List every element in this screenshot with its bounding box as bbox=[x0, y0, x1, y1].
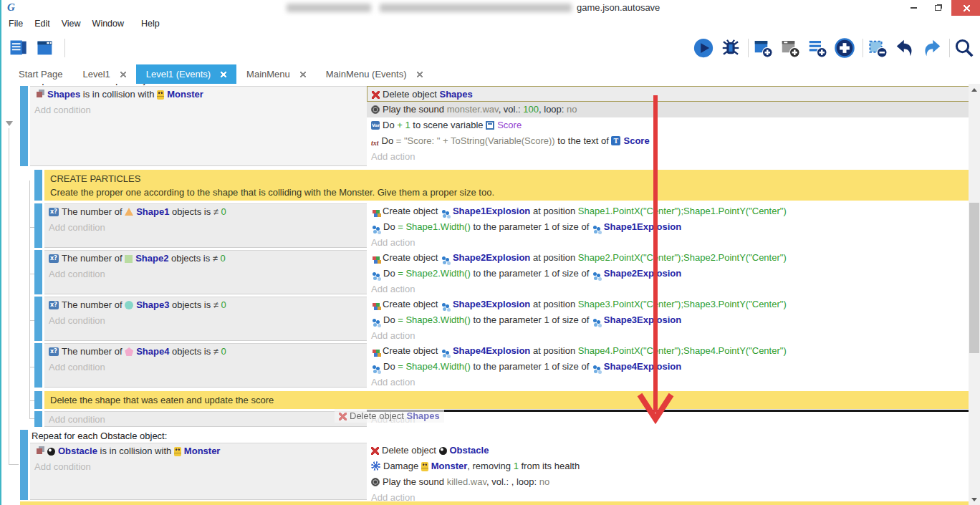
condition-row[interactable]: Obstacle is in collision with Monster bbox=[30, 443, 367, 459]
event-bar[interactable] bbox=[34, 203, 42, 248]
tree-expander-icon[interactable] bbox=[6, 121, 13, 126]
tab-mainmenu[interactable]: MainMenu bbox=[236, 64, 316, 84]
close-icon bbox=[964, 5, 970, 11]
comment-delete-shape[interactable]: Delete the shape that was eaten and upda… bbox=[44, 391, 970, 409]
add-condition[interactable]: Add condition bbox=[44, 360, 367, 375]
action-row-create-object[interactable]: Create object Shape2Explosion at positio… bbox=[367, 250, 970, 266]
object-name: Shape2 bbox=[135, 253, 168, 264]
tab-level1-events[interactable]: Level1 (Events) bbox=[136, 64, 236, 84]
action-row-text-object[interactable]: txtDo = "Score: " + ToString(Variable(Sc… bbox=[367, 133, 970, 149]
restore-button[interactable] bbox=[927, 0, 948, 16]
particles-icon bbox=[442, 256, 446, 260]
menu-help[interactable]: Help bbox=[135, 17, 165, 30]
scrollbar-thumb[interactable] bbox=[969, 203, 979, 353]
add-other-event-button[interactable] bbox=[834, 37, 855, 59]
condition-row[interactable]: The number of Shape3 objects is ≠ 0 bbox=[44, 297, 367, 313]
tab-close-icon[interactable] bbox=[120, 72, 126, 77]
action-text: Do bbox=[382, 135, 396, 146]
action-row-create-object[interactable]: Create object Shape3Explosion at positio… bbox=[367, 297, 970, 312]
add-action[interactable]: Add action bbox=[367, 149, 970, 165]
action-row-play-sound[interactable]: Play the sound monster.wav, vol.: 100, l… bbox=[367, 102, 970, 117]
add-comment-button[interactable] bbox=[807, 37, 828, 59]
event-bar[interactable] bbox=[34, 297, 42, 341]
event-bar[interactable] bbox=[34, 391, 42, 409]
condition-row[interactable]: The number of Shape1 objects is ≠ 0 bbox=[44, 204, 367, 220]
tab-close-icon[interactable] bbox=[300, 72, 306, 77]
object-count-icon bbox=[49, 208, 59, 216]
action-row-delete-obstacle[interactable]: Delete object Obstacle bbox=[367, 443, 970, 458]
add-action[interactable]: Add action bbox=[367, 412, 970, 428]
add-condition[interactable]: Add condition bbox=[30, 459, 367, 475]
add-condition[interactable]: Add condition bbox=[44, 220, 367, 236]
expression: Shape1.PointX("Center");Shape1.PointY("C… bbox=[578, 206, 787, 216]
action-text: Delete object bbox=[383, 89, 440, 100]
minimize-button[interactable] bbox=[903, 0, 924, 16]
add-action[interactable]: Add action bbox=[367, 375, 970, 390]
repeat-obstacle-header[interactable]: Repeat for each Obstacle object: bbox=[32, 431, 167, 441]
tab-start-page[interactable]: Start Page bbox=[9, 64, 72, 84]
tab-close-icon[interactable] bbox=[417, 72, 423, 77]
search-button[interactable] bbox=[953, 37, 975, 59]
action-row-create-object[interactable]: Create object Shape1Explosion at positio… bbox=[367, 203, 970, 219]
event-bar[interactable] bbox=[34, 411, 42, 427]
scroll-down-button[interactable] bbox=[969, 494, 980, 505]
tab-level1[interactable]: Level1 bbox=[72, 64, 135, 84]
close-button[interactable] bbox=[951, 0, 980, 16]
event-bar[interactable] bbox=[34, 343, 42, 388]
action-row-size-param[interactable]: Do = Shape4.Width() to the parameter 1 o… bbox=[367, 359, 970, 375]
action-row-damage-monster[interactable]: Damage Monster, removing 1 from its heal… bbox=[367, 458, 970, 474]
add-event-button[interactable] bbox=[752, 37, 774, 59]
condition-row[interactable]: The number of Shape4 objects is ≠ 0 bbox=[44, 344, 367, 360]
vertical-scrollbar[interactable] bbox=[969, 84, 980, 505]
action-row-create-object[interactable]: Create object Shape4Explosion at positio… bbox=[367, 343, 970, 359]
add-action[interactable]: Add action bbox=[367, 235, 970, 251]
add-action[interactable]: Add action bbox=[367, 328, 970, 344]
menu-window[interactable]: Window bbox=[87, 17, 130, 30]
action-row-size-param[interactable]: Do = Shape3.Width() to the parameter 1 o… bbox=[367, 312, 970, 328]
menu-file[interactable]: File bbox=[3, 17, 29, 30]
empty-event-actions-drop-target[interactable]: Add action bbox=[367, 410, 970, 427]
undo-button[interactable] bbox=[894, 37, 916, 59]
add-condition[interactable]: Add condition bbox=[44, 313, 367, 329]
action-row-size-param[interactable]: Do = Shape1.Width() to the parameter 1 o… bbox=[367, 219, 970, 235]
action-row-delete-shapes[interactable]: Delete object Shapes bbox=[367, 86, 970, 102]
project-manager-button[interactable] bbox=[7, 37, 29, 59]
monster-icon bbox=[157, 90, 164, 100]
event-bar[interactable] bbox=[20, 430, 28, 500]
event-bar[interactable] bbox=[34, 250, 42, 294]
event-bar[interactable] bbox=[20, 86, 28, 166]
debug-button[interactable] bbox=[720, 37, 741, 59]
add-condition[interactable]: Add condition bbox=[30, 102, 367, 118]
action-row-play-sound[interactable]: Play the sound killed.wav, vol.: , loop:… bbox=[367, 474, 970, 490]
add-condition[interactable]: Add condition bbox=[44, 412, 367, 428]
tab-close-icon[interactable] bbox=[221, 72, 226, 77]
add-subevent-button[interactable] bbox=[779, 37, 801, 59]
shape2-conditions: The number of Shape2 objects is ≠ 0 Add … bbox=[44, 250, 367, 294]
action-row-scene-variable[interactable]: Do + 1 to scene variable Score bbox=[367, 117, 970, 133]
action-text: Play the sound bbox=[383, 104, 447, 115]
redo-button[interactable] bbox=[921, 37, 943, 59]
condition-row[interactable]: Shapes is in collision with Monster bbox=[30, 87, 367, 102]
object-name: Shape1Explosion bbox=[604, 221, 681, 232]
tab-mainmenu-events[interactable]: MainMenu (Events) bbox=[316, 64, 433, 84]
condition-row[interactable]: The number of Shape2 objects is ≠ 0 bbox=[44, 251, 367, 266]
action-text: Do bbox=[383, 221, 398, 232]
comment-create-particles[interactable]: CREATE PARTICLES Create the proper one a… bbox=[44, 170, 970, 201]
redo-icon bbox=[921, 37, 943, 59]
scene-editor-button[interactable] bbox=[34, 37, 56, 59]
condition-text: The number of bbox=[62, 346, 125, 357]
play-button[interactable] bbox=[693, 37, 714, 59]
action-text: Do bbox=[383, 314, 398, 325]
action-text: to the parameter 1 of size of bbox=[471, 268, 592, 279]
collision-icon bbox=[37, 448, 42, 454]
add-action[interactable]: Add action bbox=[367, 282, 970, 297]
action-row-size-param[interactable]: Do = Shape2.Width() to the parameter 1 o… bbox=[367, 266, 970, 282]
event1-actions: Delete object Shapes Play the sound mons… bbox=[367, 86, 970, 166]
menu-view[interactable]: View bbox=[56, 17, 87, 30]
add-condition[interactable]: Add condition bbox=[44, 266, 367, 282]
remove-selection-button[interactable] bbox=[867, 37, 888, 59]
scroll-up-button[interactable] bbox=[969, 84, 980, 95]
action-text: , loop: bbox=[539, 104, 567, 115]
menu-edit[interactable]: Edit bbox=[29, 17, 56, 30]
event-bar[interactable] bbox=[34, 170, 42, 201]
